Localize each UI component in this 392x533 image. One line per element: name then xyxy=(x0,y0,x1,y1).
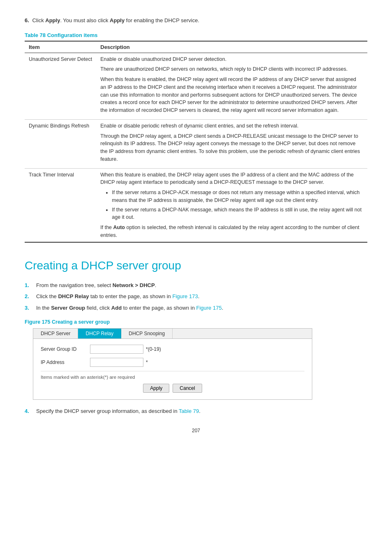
step-2-text2: tab to enter the page, as shown in xyxy=(89,293,172,299)
figure-tab[interactable]: DHCP Snooping xyxy=(121,329,173,338)
table-item-cell: Unauthorized Server Detect xyxy=(25,53,96,119)
table-item-cell: Dynamic Bindings Refresh xyxy=(25,119,96,168)
step-text-mid: . You must also click xyxy=(60,17,110,23)
step-1-after: . xyxy=(155,282,157,288)
step-6-intro: 6. Click Apply. You must also click Appl… xyxy=(25,16,367,25)
field-label: IP Address xyxy=(41,359,90,365)
field-hint: *(0-19) xyxy=(146,346,161,352)
table-desc-cell: Enable or disable unauthorized DHCP serv… xyxy=(96,53,367,119)
table-79-link[interactable]: Table 79 xyxy=(179,408,199,414)
figure-tabs: DHCP ServerDHCP RelayDHCP Snooping xyxy=(33,329,312,339)
step-1-bold: Network > DHCP xyxy=(113,282,155,288)
apply-button[interactable]: Apply xyxy=(143,384,169,393)
step-3-text: In the xyxy=(36,305,51,311)
step-2: 2. Click the DHCP Relay tab to enter the… xyxy=(25,292,367,301)
figure-173-link[interactable]: Figure 173 xyxy=(172,293,198,299)
page-number: 207 xyxy=(25,428,367,433)
table-desc-cell: Enable or disable periodic refresh of dy… xyxy=(96,119,367,168)
figure-175-link[interactable]: Figure 175 xyxy=(196,305,222,311)
figure-field-row: Server Group ID *(0-19) xyxy=(41,345,304,354)
step-3-num: 3. xyxy=(25,304,29,312)
table-row: Unauthorized Server Detect Enable or dis… xyxy=(25,53,367,119)
step-2-after: . xyxy=(198,293,200,299)
field-label: Server Group ID xyxy=(41,346,90,352)
step-text-after: for enabling the DHCP service. xyxy=(125,17,199,23)
step-4-num: 4. xyxy=(25,407,29,415)
step-4: 4. Specify the DHCP server group informa… xyxy=(25,407,367,415)
fig-note: Items marked with an asterisk(*) are req… xyxy=(41,371,304,380)
section-heading: Creating a DHCP server group xyxy=(25,259,367,272)
step-2-bold: DHCP Relay xyxy=(58,293,89,299)
col-item-header: Item xyxy=(25,41,96,53)
step-4-after: . xyxy=(199,408,201,414)
field-input[interactable] xyxy=(90,358,143,367)
figure-field-row: IP Address * xyxy=(41,358,304,367)
step-3-after: . xyxy=(222,305,224,311)
step-2-text: Click the xyxy=(36,293,58,299)
table-title: Table 78 Configuration items xyxy=(25,32,367,38)
figure-label: Figure 175 Creating a server group xyxy=(25,319,367,325)
table-row: Dynamic Bindings Refresh Enable or disab… xyxy=(25,119,367,168)
col-desc-header: Description xyxy=(96,41,367,53)
fig-buttons: ApplyCancel xyxy=(41,384,304,395)
config-table: Item Description Unauthorized Server Det… xyxy=(25,41,367,243)
step-number: 6. xyxy=(25,17,29,23)
table-desc-cell: When this feature is enabled, the DHCP r… xyxy=(96,168,367,242)
table-item-cell: Track Timer Interval xyxy=(25,168,96,242)
figure-body: Server Group ID *(0-19) IP Address * Ite… xyxy=(33,339,312,399)
step-text-before: Click xyxy=(32,17,45,23)
apply-bold-1: Apply xyxy=(45,17,60,23)
step-3: 3. In the Server Group field, click Add … xyxy=(25,304,367,312)
step-1-text: From the navigation tree, select xyxy=(36,282,113,288)
figure-box: DHCP ServerDHCP RelayDHCP Snooping Serve… xyxy=(33,328,312,400)
field-hint: * xyxy=(146,359,148,365)
apply-bold-2: Apply xyxy=(110,17,125,23)
figure-tab[interactable]: DHCP Server xyxy=(33,329,78,338)
table-row: Track Timer Interval When this feature i… xyxy=(25,168,367,242)
cancel-button[interactable]: Cancel xyxy=(173,384,202,393)
step-2-num: 2. xyxy=(25,292,29,301)
step-4-text: Specify the DHCP server group informatio… xyxy=(36,408,179,414)
field-input[interactable] xyxy=(90,345,143,354)
steps-list: 1. From the navigation tree, select Netw… xyxy=(25,281,367,312)
step-3-bold1: Server Group xyxy=(51,305,85,311)
step-3-bold2: Add xyxy=(111,305,122,311)
step-1: 1. From the navigation tree, select Netw… xyxy=(25,281,367,290)
figure-tab[interactable]: DHCP Relay xyxy=(78,329,121,338)
step-3-text2: field, click xyxy=(85,305,111,311)
step-1-num: 1. xyxy=(25,281,29,290)
step-3-text3: to enter the page, as shown in xyxy=(122,305,196,311)
